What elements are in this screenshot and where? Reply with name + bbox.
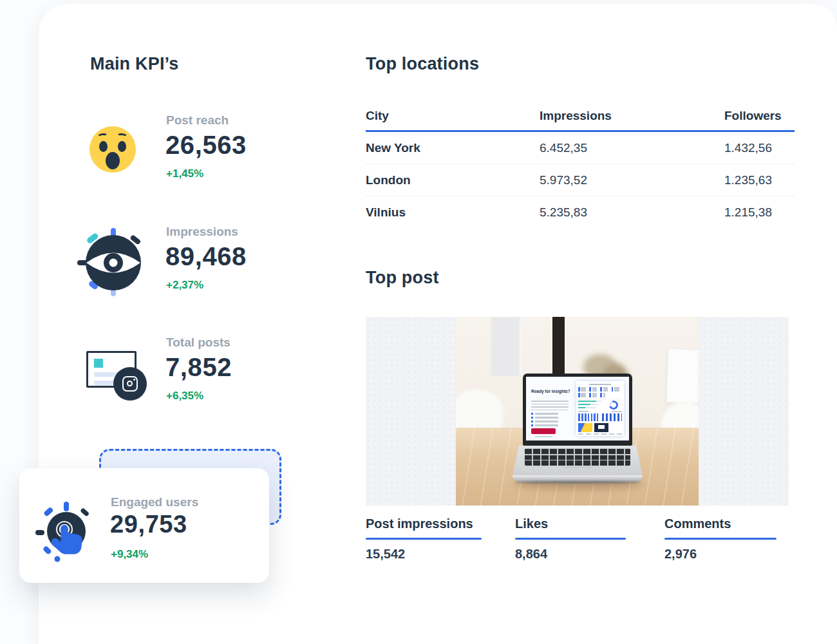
screen-list-item	[531, 413, 558, 415]
emoji-eye	[99, 141, 108, 152]
kpi-post-reach-label: Post reach	[166, 113, 229, 128]
stat-underline	[366, 538, 482, 540]
city-cell: Vilnius	[366, 205, 540, 220]
screen-chart-label	[578, 411, 588, 412]
screen-paragraph	[531, 401, 569, 410]
comments-label: Comments	[664, 516, 776, 531]
screen-card-title	[589, 384, 611, 385]
instagram-flash-dot	[133, 379, 135, 381]
screen-list-item	[531, 424, 558, 426]
screen-divider	[578, 399, 622, 399]
laptop-keyboard	[525, 448, 630, 466]
likes-stat: Likes 8,864	[515, 516, 626, 562]
kpi-section-heading: Main KPI’s	[90, 54, 179, 74]
emoji-brow	[97, 133, 109, 140]
followers-cell: 1.432,56	[724, 141, 795, 155]
post-frame-thumbnail	[94, 359, 103, 368]
screen-image-tile	[578, 423, 592, 432]
comments-stat: Comments 2,976	[664, 516, 776, 562]
kpi-engaged-users-value: 29,753	[110, 511, 187, 538]
screen-bar-chart	[578, 413, 598, 421]
laptop-lid: Ready for insights?	[523, 374, 632, 446]
likes-value: 8,864	[515, 547, 626, 562]
screen-bar-chart	[602, 413, 622, 421]
column-header-city: City	[366, 109, 540, 123]
emoji-mouth	[106, 152, 120, 169]
screen-cta-subtext	[535, 436, 552, 437]
photo-scene: Ready for insights?	[456, 317, 699, 506]
screen-analytics-card	[576, 381, 624, 436]
emoji-eye	[118, 141, 126, 152]
emoji-brow	[117, 133, 128, 140]
kpi-post-reach-change: +1,45%	[166, 167, 203, 180]
followers-cell: 1.235,63	[724, 173, 795, 187]
impressions-cell: 5.235,83	[540, 205, 724, 220]
kpi-total-posts-change: +6,35%	[166, 390, 203, 402]
engaged-users-card[interactable]: Engaged users 29,753 +9,34%	[19, 468, 269, 583]
table-row: London 5.973,52 1.235,63	[366, 164, 795, 196]
top-post-photo: Ready for insights?	[366, 317, 789, 506]
social-analytics-dashboard: Main KPI’s Post reach 26,563 +1,45% Impr…	[0, 0, 837, 644]
laptop-trackpad	[563, 467, 592, 474]
laptop-screen: Ready for insights?	[526, 377, 629, 440]
screen-chart-label	[612, 411, 622, 412]
kpi-total-posts-value: 7,852	[165, 353, 232, 382]
kpi-impressions-change: +2,37%	[166, 279, 203, 292]
eye-icon	[77, 227, 149, 299]
screen-donut-chart	[608, 399, 620, 412]
screen-footer-links	[578, 433, 622, 435]
screen-cta-button	[531, 428, 556, 434]
screen-progress-bars	[578, 401, 601, 410]
wow-emoji-icon	[89, 126, 136, 173]
stat-underline	[664, 538, 776, 540]
instagram-post-icon	[86, 351, 157, 412]
post-impressions-label: Post impressions	[366, 516, 482, 531]
post-impressions-stat: Post impressions 15,542	[366, 516, 482, 562]
comments-value: 2,976	[664, 547, 776, 562]
column-header-impressions: Impressions	[540, 109, 724, 123]
screen-list-item	[531, 417, 558, 419]
post-impressions-value: 15,542	[366, 547, 482, 562]
screen-stat-chips	[578, 387, 622, 392]
kpi-total-posts-label: Total posts	[166, 336, 230, 350]
kpi-impressions-label: Impressions	[166, 225, 238, 239]
stat-underline	[515, 538, 626, 540]
instagram-lens	[127, 381, 133, 386]
screen-stat-chips	[578, 393, 605, 397]
column-header-followers: Followers	[724, 109, 795, 123]
top-post-heading: Top post	[366, 268, 439, 288]
kpi-impressions-value: 89,468	[165, 242, 247, 271]
instagram-camera-icon	[122, 376, 138, 392]
top-locations-table: City Impressions Followers New York 6.45…	[366, 107, 795, 229]
city-cell: London	[366, 173, 540, 187]
photo-wall-frame	[666, 348, 699, 404]
screen-list-item	[531, 421, 558, 422]
screen-heading: Ready for insights?	[531, 389, 572, 394]
top-locations-heading: Top locations	[366, 54, 479, 74]
kpi-engaged-users-label: Engaged users	[111, 495, 198, 509]
city-cell: New York	[366, 141, 540, 155]
instagram-badge	[113, 367, 147, 401]
kpi-post-reach-value: 26,563	[165, 131, 247, 160]
photo-window	[491, 317, 522, 376]
screen-image-tile	[594, 423, 608, 432]
impressions-cell: 6.452,35	[540, 141, 724, 155]
tap-icon	[35, 502, 97, 564]
laptop-base-shadow	[515, 481, 640, 484]
table-row: Vilnius 5.235,83 1.215,38	[366, 196, 795, 229]
impressions-cell: 5.973,52	[540, 173, 724, 187]
table-row: New York 6.452,35 1.432,56	[366, 132, 795, 164]
kpi-engaged-users-change: +9,34%	[111, 548, 148, 561]
likes-label: Likes	[515, 516, 626, 531]
followers-cell: 1.215,38	[724, 205, 795, 220]
table-header-row: City Impressions Followers	[366, 107, 795, 132]
